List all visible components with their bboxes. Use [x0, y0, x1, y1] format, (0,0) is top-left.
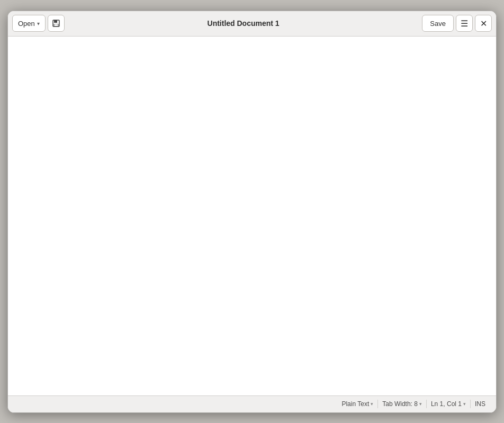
language-selector[interactable]: Plain Text ▾ [337, 398, 377, 410]
close-button[interactable]: ✕ [475, 15, 492, 32]
cursor-position-selector[interactable]: Ln 1, Col 1 ▾ [427, 398, 470, 410]
open-button[interactable]: Open ▾ [12, 15, 46, 32]
open-button-label: Open [18, 20, 35, 28]
save-button-label: Save [430, 20, 446, 28]
window-title-text: Untitled Document 1 [208, 19, 280, 28]
open-dropdown-arrow-icon: ▾ [37, 21, 40, 26]
hamburger-icon: ☰ [461, 19, 468, 29]
statusbar: Plain Text ▾ Tab Width: 8 ▾ Ln 1, Col 1 … [8, 395, 496, 412]
editor-area[interactable] [8, 37, 496, 395]
window-title: Untitled Document 1 [65, 19, 422, 28]
tab-width-label: Tab Width: 8 [382, 400, 418, 408]
titlebar-right: Save ☰ ✕ [422, 15, 492, 32]
titlebar: Open ▾ Untitled Document 1 Save ☰ [8, 11, 496, 37]
svg-rect-3 [55, 24, 58, 26]
application-window: Open ▾ Untitled Document 1 Save ☰ [7, 11, 497, 413]
language-dropdown-icon: ▾ [371, 401, 373, 407]
tab-width-dropdown-icon: ▾ [419, 401, 422, 407]
tab-width-selector[interactable]: Tab Width: 8 ▾ [378, 398, 426, 410]
svg-rect-1 [54, 20, 57, 23]
save-as-icon [52, 19, 60, 28]
save-button[interactable]: Save [422, 15, 454, 32]
insert-mode-label: INS [471, 400, 490, 408]
close-icon: ✕ [480, 19, 487, 29]
language-label: Plain Text [341, 400, 369, 408]
cursor-position-label: Ln 1, Col 1 [431, 400, 462, 408]
titlebar-left: Open ▾ [12, 15, 65, 32]
save-as-button[interactable] [48, 15, 65, 32]
menu-button[interactable]: ☰ [456, 15, 473, 32]
cursor-dropdown-icon: ▾ [463, 401, 466, 407]
editor-textarea[interactable] [12, 41, 492, 391]
